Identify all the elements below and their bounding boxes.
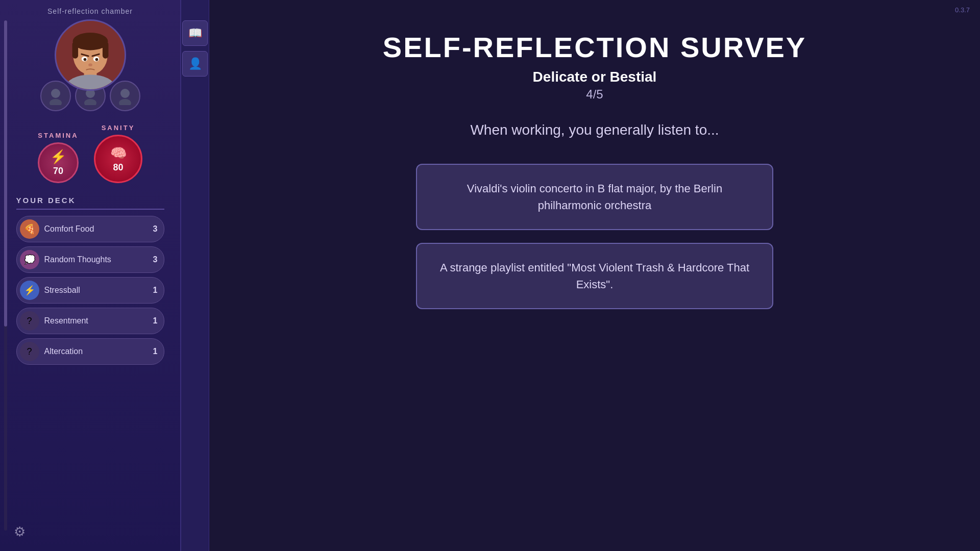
svg-point-15 — [50, 99, 62, 105]
stressball-name: Stressball — [44, 286, 153, 295]
random-thoughts-icon: 💭 — [20, 250, 39, 269]
deck-section: YOUR DECK 🍕 Comfort Food 3 💭 Random Thou… — [16, 196, 164, 369]
comfort-food-count: 3 — [153, 224, 158, 234]
avatar-area — [40, 19, 140, 111]
mini-avatar-1 — [40, 81, 71, 111]
stamina-label: STAMINA — [38, 132, 78, 139]
stamina-value: 70 — [53, 166, 63, 177]
lightning-icon: ⚡ — [50, 149, 66, 165]
stressball-icon: ⚡ — [20, 281, 39, 300]
room-label: Self-reflection chamber — [47, 7, 133, 15]
survey-title: SELF-REFLECTION SURVEY — [383, 31, 806, 64]
deck-item-random-thoughts[interactable]: 💭 Random Thoughts 3 — [16, 246, 164, 273]
journal-button[interactable]: 📖 — [182, 20, 208, 46]
stamina-block: STAMINA ⚡ 70 — [38, 132, 79, 183]
svg-point-19 — [119, 99, 131, 105]
side-buttons: 📖 👤 — [181, 0, 209, 551]
sanity-circle: 🧠 80 — [94, 135, 142, 183]
svg-point-13 — [88, 63, 92, 66]
altercation-name: Altercation — [44, 347, 153, 356]
brain-icon: 🧠 — [110, 145, 127, 161]
svg-point-10 — [83, 58, 86, 61]
svg-rect-6 — [102, 41, 108, 59]
resentment-count: 1 — [153, 316, 158, 325]
sanity-block: SANITY 🧠 80 — [94, 124, 142, 183]
deck-title: YOUR DECK — [16, 196, 164, 205]
scroll-bar — [4, 20, 7, 531]
survey-subtitle: Delicate or Bestial — [533, 69, 657, 85]
survey-question: When working, you generally listen to... — [470, 122, 719, 138]
deck-item-altercation[interactable]: ? Altercation 1 — [16, 338, 164, 365]
version-label: 0.3.7 — [955, 6, 970, 14]
sidebar: Self-reflection chamber — [0, 0, 181, 551]
altercation-count: 1 — [153, 347, 158, 356]
random-thoughts-count: 3 — [153, 255, 158, 264]
answer-text-1: Vivaldi's violin concerto in B flat majo… — [467, 182, 722, 212]
stamina-circle: ⚡ 70 — [38, 142, 79, 183]
svg-point-14 — [51, 89, 60, 98]
settings-button[interactable]: ⚙ — [10, 522, 29, 541]
random-thoughts-name: Random Thoughts — [44, 255, 153, 264]
scroll-thumb — [4, 20, 7, 327]
comfort-food-icon: 🍕 — [20, 219, 39, 239]
deck-divider — [16, 209, 164, 210]
altercation-icon: ? — [20, 342, 39, 361]
deck-item-resentment[interactable]: ? Resentment 1 — [16, 308, 164, 334]
svg-point-18 — [120, 89, 130, 98]
sanity-label: SANITY — [102, 124, 135, 132]
answer-option-2[interactable]: A strange playlist entitled "Most Violen… — [416, 243, 773, 309]
comfort-food-name: Comfort Food — [44, 224, 153, 234]
mini-avatar-3 — [110, 81, 140, 111]
deck-item-comfort-food[interactable]: 🍕 Comfort Food 3 — [16, 216, 164, 242]
sanity-value: 80 — [113, 162, 123, 173]
resentment-icon: ? — [20, 311, 39, 331]
svg-point-12 — [95, 58, 98, 61]
stressball-count: 1 — [153, 286, 158, 295]
answer-text-2: A strange playlist entitled "Most Violen… — [440, 261, 749, 291]
survey-progress: 4/5 — [586, 87, 603, 102]
main-content: 0.3.7 SELF-REFLECTION SURVEY Delicate or… — [209, 0, 980, 551]
svg-rect-5 — [72, 41, 78, 59]
svg-point-17 — [84, 99, 96, 105]
resentment-name: Resentment — [44, 316, 153, 325]
stats-row: STAMINA ⚡ 70 SANITY 🧠 80 — [38, 124, 142, 183]
answer-option-1[interactable]: Vivaldi's violin concerto in B flat majo… — [416, 164, 773, 230]
deck-item-stressball[interactable]: ⚡ Stressball 1 — [16, 277, 164, 304]
character-button[interactable]: 👤 — [182, 51, 208, 77]
main-avatar — [55, 19, 126, 91]
